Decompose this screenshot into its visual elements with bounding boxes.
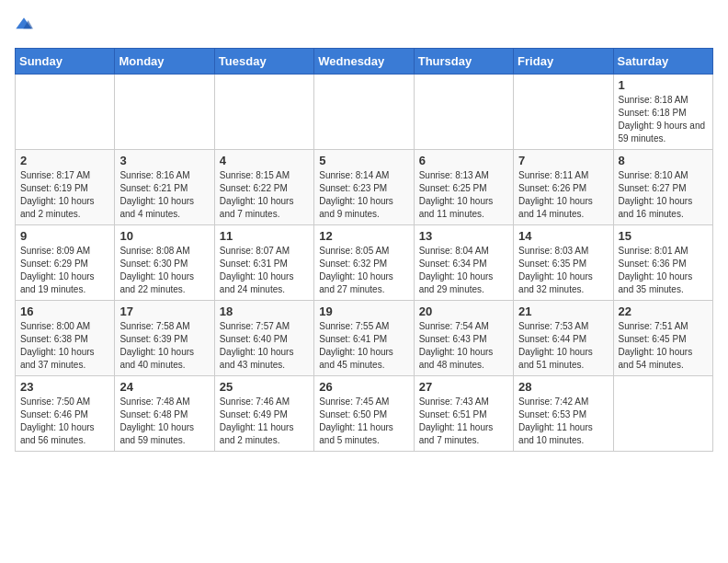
day-info: Sunrise: 8:08 AMSunset: 6:30 PMDaylight:… (119, 245, 209, 296)
day-number: 4 (220, 154, 309, 167)
day-info: Sunrise: 7:54 AMSunset: 6:43 PMDaylight:… (419, 320, 508, 372)
calendar-week-1: 2Sunrise: 8:17 AMSunset: 6:19 PMDaylight… (16, 150, 713, 225)
day-number: 1 (619, 78, 708, 92)
calendar-cell (414, 75, 513, 150)
calendar-cell: 22Sunrise: 7:51 AMSunset: 6:45 PMDayligh… (613, 301, 712, 376)
day-info: Sunrise: 8:00 AMSunset: 6:38 PMDaylight:… (20, 320, 109, 372)
day-number: 5 (319, 154, 408, 167)
day-info: Sunrise: 8:07 AMSunset: 6:31 PMDaylight:… (220, 245, 309, 296)
day-info: Sunrise: 7:51 AMSunset: 6:45 PMDaylight:… (619, 320, 708, 372)
calendar-cell: 8Sunrise: 8:10 AMSunset: 6:27 PMDaylight… (613, 150, 712, 225)
calendar-cell: 15Sunrise: 8:01 AMSunset: 6:36 PMDayligh… (613, 225, 712, 301)
day-number: 21 (518, 304, 608, 318)
calendar-cell: 19Sunrise: 7:55 AMSunset: 6:41 PMDayligh… (314, 301, 414, 376)
calendar-cell: 1Sunrise: 8:18 AMSunset: 6:18 PMDaylight… (613, 75, 712, 150)
day-info: Sunrise: 7:57 AMSunset: 6:40 PMDaylight:… (220, 320, 309, 372)
calendar-cell (16, 75, 115, 150)
day-number: 27 (419, 380, 508, 394)
day-info: Sunrise: 7:58 AMSunset: 6:39 PMDaylight:… (119, 320, 209, 372)
day-number: 20 (419, 304, 508, 318)
weekday-header-sunday: Sunday (16, 49, 115, 75)
calendar-cell: 10Sunrise: 8:08 AMSunset: 6:30 PMDayligh… (115, 225, 214, 301)
calendar-cell (115, 75, 214, 150)
day-info: Sunrise: 7:45 AMSunset: 6:50 PMDaylight:… (319, 396, 408, 447)
calendar-week-3: 16Sunrise: 8:00 AMSunset: 6:38 PMDayligh… (16, 301, 713, 376)
calendar-cell: 6Sunrise: 8:13 AMSunset: 6:25 PMDaylight… (414, 150, 513, 225)
calendar-cell: 4Sunrise: 8:15 AMSunset: 6:22 PMDaylight… (214, 150, 313, 225)
day-info: Sunrise: 7:42 AMSunset: 6:53 PMDaylight:… (518, 396, 608, 447)
day-info: Sunrise: 8:11 AMSunset: 6:26 PMDaylight:… (518, 169, 608, 221)
calendar-cell: 14Sunrise: 8:03 AMSunset: 6:35 PMDayligh… (514, 225, 613, 301)
day-number: 22 (619, 304, 708, 318)
day-info: Sunrise: 8:10 AMSunset: 6:27 PMDaylight:… (619, 169, 708, 221)
day-info: Sunrise: 8:17 AMSunset: 6:19 PMDaylight:… (20, 169, 109, 221)
day-info: Sunrise: 8:18 AMSunset: 6:18 PMDaylight:… (619, 94, 708, 145)
day-number: 14 (518, 229, 608, 243)
day-info: Sunrise: 8:15 AMSunset: 6:22 PMDaylight:… (220, 169, 309, 221)
calendar-cell: 25Sunrise: 7:46 AMSunset: 6:49 PMDayligh… (214, 376, 313, 452)
calendar-week-2: 9Sunrise: 8:09 AMSunset: 6:29 PMDaylight… (16, 225, 713, 301)
calendar-week-4: 23Sunrise: 7:50 AMSunset: 6:46 PMDayligh… (16, 376, 713, 452)
calendar-cell: 26Sunrise: 7:45 AMSunset: 6:50 PMDayligh… (314, 376, 414, 452)
day-info: Sunrise: 7:53 AMSunset: 6:44 PMDaylight:… (518, 320, 608, 372)
day-info: Sunrise: 8:04 AMSunset: 6:34 PMDaylight:… (419, 245, 508, 296)
day-info: Sunrise: 8:14 AMSunset: 6:23 PMDaylight:… (319, 169, 408, 221)
day-number: 3 (119, 154, 209, 167)
calendar-week-0: 1Sunrise: 8:18 AMSunset: 6:18 PMDaylight… (16, 75, 713, 150)
day-number: 25 (220, 380, 309, 394)
day-number: 12 (319, 229, 408, 243)
weekday-header-thursday: Thursday (414, 49, 513, 75)
weekday-header-monday: Monday (115, 49, 214, 75)
day-number: 2 (20, 154, 109, 167)
day-info: Sunrise: 8:16 AMSunset: 6:21 PMDaylight:… (119, 169, 209, 221)
day-number: 28 (518, 380, 608, 394)
day-info: Sunrise: 7:50 AMSunset: 6:46 PMDaylight:… (20, 396, 109, 447)
day-number: 17 (119, 304, 209, 318)
calendar-cell: 16Sunrise: 8:00 AMSunset: 6:38 PMDayligh… (16, 301, 115, 376)
calendar-cell: 7Sunrise: 8:11 AMSunset: 6:26 PMDaylight… (514, 150, 613, 225)
calendar-cell: 2Sunrise: 8:17 AMSunset: 6:19 PMDaylight… (16, 150, 115, 225)
day-number: 19 (319, 304, 408, 318)
calendar-cell: 28Sunrise: 7:42 AMSunset: 6:53 PMDayligh… (514, 376, 613, 452)
day-number: 9 (20, 229, 109, 243)
weekday-header-tuesday: Tuesday (214, 49, 313, 75)
calendar-cell (514, 75, 613, 150)
calendar-cell: 3Sunrise: 8:16 AMSunset: 6:21 PMDaylight… (115, 150, 214, 225)
day-number: 6 (419, 154, 508, 167)
calendar-cell: 9Sunrise: 8:09 AMSunset: 6:29 PMDaylight… (16, 225, 115, 301)
calendar-cell (214, 75, 313, 150)
day-info: Sunrise: 8:05 AMSunset: 6:32 PMDaylight:… (319, 245, 408, 296)
day-info: Sunrise: 7:46 AMSunset: 6:49 PMDaylight:… (220, 396, 309, 447)
day-info: Sunrise: 8:13 AMSunset: 6:25 PMDaylight:… (419, 169, 508, 221)
day-info: Sunrise: 8:09 AMSunset: 6:29 PMDaylight:… (20, 245, 109, 296)
day-number: 11 (220, 229, 309, 243)
calendar: SundayMondayTuesdayWednesdayThursdayFrid… (15, 48, 713, 452)
day-number: 24 (119, 380, 209, 394)
calendar-cell: 13Sunrise: 8:04 AMSunset: 6:34 PMDayligh… (414, 225, 513, 301)
day-number: 23 (20, 380, 109, 394)
weekday-header-wednesday: Wednesday (314, 49, 414, 75)
day-number: 16 (20, 304, 109, 318)
calendar-cell: 11Sunrise: 8:07 AMSunset: 6:31 PMDayligh… (214, 225, 313, 301)
day-info: Sunrise: 7:55 AMSunset: 6:41 PMDaylight:… (319, 320, 408, 372)
weekday-header-friday: Friday (514, 49, 613, 75)
day-info: Sunrise: 8:01 AMSunset: 6:36 PMDaylight:… (619, 245, 708, 296)
calendar-cell: 12Sunrise: 8:05 AMSunset: 6:32 PMDayligh… (314, 225, 414, 301)
day-number: 8 (619, 154, 708, 167)
calendar-cell: 24Sunrise: 7:48 AMSunset: 6:48 PMDayligh… (115, 376, 214, 452)
calendar-cell: 17Sunrise: 7:58 AMSunset: 6:39 PMDayligh… (115, 301, 214, 376)
header (15, 15, 713, 37)
weekday-header-saturday: Saturday (613, 49, 712, 75)
logo (15, 15, 37, 37)
calendar-cell: 21Sunrise: 7:53 AMSunset: 6:44 PMDayligh… (514, 301, 613, 376)
day-number: 10 (119, 229, 209, 243)
day-number: 7 (518, 154, 608, 167)
day-number: 15 (619, 229, 708, 243)
calendar-cell (314, 75, 414, 150)
day-number: 13 (419, 229, 508, 243)
calendar-cell (613, 376, 712, 452)
calendar-cell: 27Sunrise: 7:43 AMSunset: 6:51 PMDayligh… (414, 376, 513, 452)
day-info: Sunrise: 8:03 AMSunset: 6:35 PMDaylight:… (518, 245, 608, 296)
day-info: Sunrise: 7:48 AMSunset: 6:48 PMDaylight:… (119, 396, 209, 447)
calendar-cell: 23Sunrise: 7:50 AMSunset: 6:46 PMDayligh… (16, 376, 115, 452)
